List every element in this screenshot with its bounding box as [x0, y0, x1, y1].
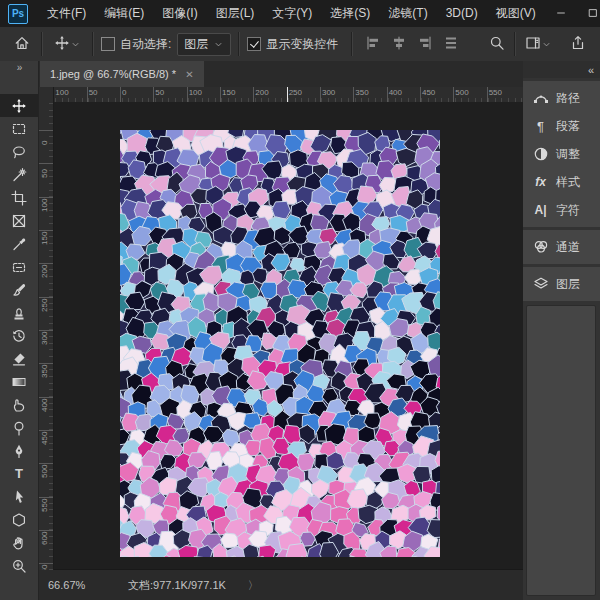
hand-tool[interactable] [0, 531, 38, 554]
ruler-cursor-marker [287, 87, 288, 102]
move-tool-icon [54, 35, 70, 54]
ruler-label: 450 [422, 88, 435, 97]
menu-item-9[interactable]: 视图(V) [487, 0, 545, 27]
pen-tool[interactable] [0, 439, 38, 462]
distribute-icon[interactable] [438, 35, 464, 54]
chevron-down-icon [70, 39, 81, 50]
pen-icon [11, 443, 27, 459]
maximize-button[interactable] [577, 0, 600, 27]
frame-tool[interactable] [0, 209, 38, 232]
ruler-label: 150 [222, 88, 235, 97]
marquee-tool[interactable] [0, 117, 38, 140]
workspace-button[interactable] [521, 35, 556, 54]
window-controls [545, 0, 600, 27]
home-icon [14, 35, 30, 54]
layers-icon [532, 276, 549, 293]
show-transform-label: 显示变换控件 [266, 36, 338, 53]
menu-bar: Ps 文件(F)编辑(E)图像(I)图层(L)文字(Y)选择(S)滤镜(T)3D… [0, 0, 600, 27]
options-bar: 自动选择: 图层 显示变换控件 [0, 27, 600, 62]
ruler-label: 450 [40, 432, 49, 445]
type-tool[interactable]: T [0, 462, 38, 485]
align-right-icon[interactable] [412, 35, 438, 54]
ruler-label: 350 [355, 88, 368, 97]
healing-patch-icon [11, 259, 27, 275]
history-brush-tool[interactable] [0, 324, 38, 347]
panel-tab-character[interactable]: A|字符 [523, 196, 600, 224]
panel-tab-label: 段落 [556, 118, 580, 135]
panel-tab-paragraph[interactable]: ¶段落 [523, 112, 600, 140]
panel-tab-label: 图层 [556, 276, 580, 293]
search-button[interactable] [485, 35, 509, 54]
photoshop-window: Ps 文件(F)编辑(E)图像(I)图层(L)文字(Y)选择(S)滤镜(T)3D… [0, 0, 600, 600]
menu-item-5[interactable]: 文字(Y) [263, 0, 321, 27]
eraser-tool[interactable] [0, 347, 38, 370]
document-canvas[interactable] [120, 130, 440, 557]
zoom-tool[interactable] [0, 554, 38, 577]
pen-path-icon [532, 90, 549, 107]
menu-item-4[interactable]: 图层(L) [207, 0, 264, 27]
panel-tab-layers[interactable]: 图层 [523, 270, 600, 298]
ruler-label: 50 [89, 88, 98, 97]
tool-list: T [0, 94, 38, 577]
ruler-corner [38, 87, 54, 103]
move-icon [11, 98, 27, 114]
magic-wand-icon [11, 167, 27, 183]
menu-item-6[interactable]: 选择(S) [321, 0, 379, 27]
menu-item-8[interactable]: 3D(D) [437, 0, 487, 27]
menu-item-1[interactable]: 文件(F) [38, 0, 95, 27]
share-button[interactable] [566, 35, 590, 54]
ruler-label: 100 [55, 88, 68, 97]
eyedropper-tool[interactable] [0, 232, 38, 255]
show-transform-checkbox[interactable] [247, 37, 261, 51]
move-tool[interactable] [0, 94, 38, 117]
crop-tool[interactable] [0, 186, 38, 209]
shape-tool[interactable] [0, 508, 38, 531]
panel-tab-channels[interactable]: 通道 [523, 233, 600, 261]
home-button[interactable] [10, 35, 34, 54]
clone-stamp-tool[interactable] [0, 301, 38, 324]
panel-tab-label: 通道 [556, 239, 580, 256]
healing-patch-tool[interactable] [0, 255, 38, 278]
document-tab[interactable]: 1.jpeg @ 66.7%(RGB/8) * ✕ [40, 61, 204, 87]
marquee-icon [11, 121, 27, 137]
zoom-level-field[interactable]: 66.67% [48, 579, 100, 591]
auto-select-checkbox[interactable] [101, 37, 115, 51]
path-select-tool[interactable] [0, 485, 38, 508]
status-flyout-arrow[interactable]: 〉 [248, 578, 259, 593]
menu-item-3[interactable]: 图像(I) [153, 0, 206, 27]
lasso-tool[interactable] [0, 140, 38, 163]
panel-tab-styles[interactable]: fx样式 [523, 168, 600, 196]
crop-icon [11, 190, 27, 206]
chevron-down-icon [541, 39, 552, 50]
menu-item-2[interactable]: 编辑(E) [95, 0, 153, 27]
tab-close-icon[interactable]: ✕ [185, 69, 193, 80]
dodge-tool[interactable] [0, 416, 38, 439]
ruler-label: 500 [40, 465, 49, 478]
auto-select-label: 自动选择: [120, 36, 171, 53]
dock-collapse-icon[interactable]: « [588, 64, 593, 76]
document-size-info: 文档:977.1K/977.1K [128, 578, 226, 593]
photoshop-logo[interactable]: Ps [8, 4, 28, 24]
align-center-h-icon[interactable] [386, 35, 412, 54]
gradient-tool[interactable] [0, 370, 38, 393]
history-brush-icon [11, 328, 27, 344]
menu-item-7[interactable]: 滤镜(T) [379, 0, 436, 27]
minimize-button[interactable] [545, 0, 577, 27]
current-tool-button[interactable] [50, 35, 85, 54]
horizontal-ruler[interactable]: 10050050100150200250300350400450500550 [53, 87, 523, 103]
hand-icon [11, 535, 27, 551]
toolbar-collapse-button[interactable]: » [0, 61, 38, 76]
panel-tab-pen-path[interactable]: 路径 [523, 84, 600, 112]
vertical-ruler[interactable]: 050100150200250300350400450500550600650 [38, 102, 54, 570]
auto-select-target-dropdown[interactable]: 图层 [177, 33, 231, 56]
smudge-tool[interactable] [0, 393, 38, 416]
align-left-icon[interactable] [360, 35, 386, 54]
dock-header: « [523, 61, 600, 78]
type-icon: T [15, 467, 23, 480]
ruler-label: 650 [40, 565, 49, 570]
frame-icon [11, 213, 27, 229]
magic-wand-tool[interactable] [0, 163, 38, 186]
character-icon: A| [532, 202, 549, 219]
panel-tab-adjustments[interactable]: 调整 [523, 140, 600, 168]
brush-tool[interactable] [0, 278, 38, 301]
